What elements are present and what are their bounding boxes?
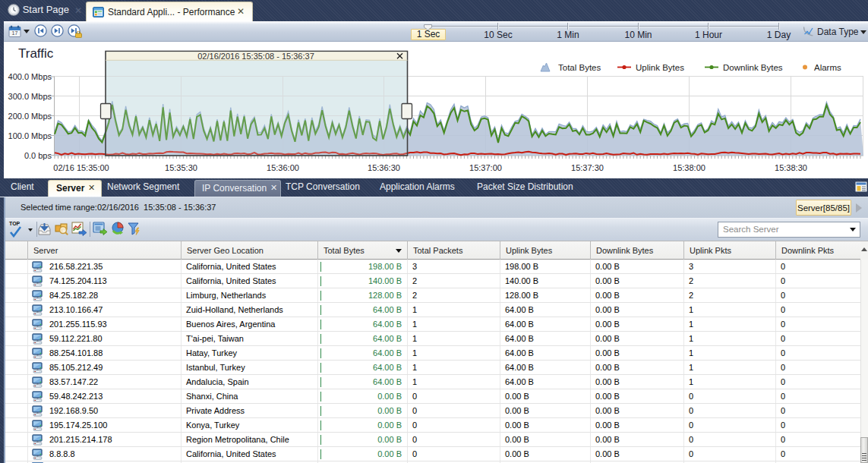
svg-text:0.0 bps: 0.0 bps: [24, 151, 52, 160]
svg-text:15:37:30: 15:37:30: [571, 163, 604, 172]
svg-text:02/16/2016 15:35:08 - 15:36:3: 02/16/2016 15:35:08 - 15:36:37: [197, 52, 314, 61]
svg-text:Total Bytes: Total Bytes: [558, 63, 601, 72]
svg-text:Alarms: Alarms: [814, 63, 841, 72]
svg-text:15:37:00: 15:37:00: [469, 163, 502, 172]
svg-text:Downlink Bytes: Downlink Bytes: [723, 63, 783, 72]
svg-text:15:36:00: 15:36:00: [267, 163, 299, 172]
svg-text:15:36:30: 15:36:30: [368, 163, 400, 172]
svg-text:15:38:30: 15:38:30: [775, 163, 807, 172]
svg-text:Uplink Bytes: Uplink Bytes: [636, 63, 684, 72]
svg-text:15:35:30: 15:35:30: [165, 163, 197, 172]
svg-text:200.0 Mbps: 200.0 Mbps: [8, 112, 52, 121]
svg-text:17: 17: [12, 30, 18, 36]
svg-text:100.0 Mbps: 100.0 Mbps: [8, 131, 52, 140]
svg-text:02/16 15:35:00: 02/16 15:35:00: [53, 163, 109, 172]
svg-text:400.0 Mbps: 400.0 Mbps: [8, 72, 52, 81]
svg-text:300.0 Mbps: 300.0 Mbps: [8, 92, 52, 101]
svg-text:15:38:00: 15:38:00: [673, 163, 705, 172]
